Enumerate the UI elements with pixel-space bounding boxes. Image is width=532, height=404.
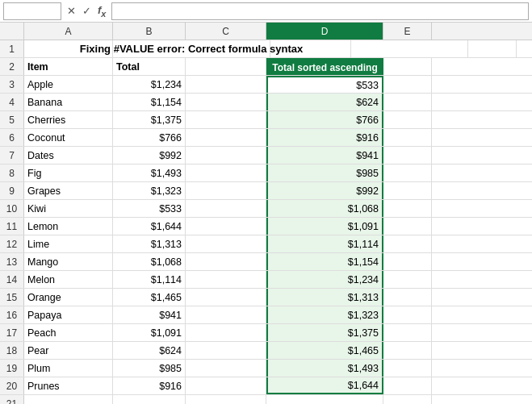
cell[interactable] — [383, 395, 432, 404]
cell[interactable]: $1,375 — [113, 111, 186, 128]
col-header-d[interactable]: D — [266, 23, 383, 40]
cell[interactable]: $941 — [113, 306, 186, 323]
cell[interactable] — [383, 289, 432, 306]
sorted-value-d3[interactable]: $533 — [266, 76, 383, 93]
row-number-7[interactable]: 7 — [0, 147, 24, 164]
sorted-value-d18[interactable]: $1,465 — [266, 342, 383, 359]
row-number-13[interactable]: 13 — [0, 253, 24, 270]
col-header-a[interactable]: A — [24, 23, 113, 40]
sorted-value-d7[interactable]: $941 — [266, 147, 383, 164]
cell[interactable] — [383, 182, 432, 199]
row-number-16[interactable]: 16 — [0, 306, 24, 323]
sorted-value-d9[interactable]: $992 — [266, 182, 383, 199]
cell[interactable]: Plum — [24, 360, 113, 377]
cell[interactable] — [186, 218, 266, 235]
cell[interactable] — [186, 182, 266, 199]
cell[interactable]: Mango — [24, 253, 113, 270]
sorted-value-d5[interactable]: $766 — [266, 111, 383, 128]
sorted-value-d20[interactable]: $1,644 — [266, 377, 383, 394]
cell[interactable]: $1,091 — [113, 324, 186, 341]
sorted-value-d11[interactable]: $1,091 — [266, 218, 383, 235]
cell[interactable] — [383, 129, 432, 146]
cell[interactable] — [383, 218, 432, 235]
sorted-value-d15[interactable]: $1,313 — [266, 289, 383, 306]
sorted-value-d17[interactable]: $1,375 — [266, 324, 383, 341]
row-number-9[interactable]: 9 — [0, 182, 24, 199]
row-number-10[interactable]: 10 — [0, 200, 24, 217]
sorted-value-d16[interactable]: $1,323 — [266, 306, 383, 323]
sorted-value-d10[interactable]: $1,068 — [266, 200, 383, 217]
sorted-column-header[interactable]: Total sorted ascending — [266, 58, 383, 75]
cell[interactable] — [468, 40, 517, 57]
confirm-icon[interactable]: ✓ — [80, 5, 94, 17]
sorted-value-d8[interactable]: $985 — [266, 165, 383, 181]
sorted-value-d6[interactable]: $916 — [266, 129, 383, 146]
cell[interactable]: $1,114 — [113, 271, 186, 288]
cell[interactable]: $766 — [113, 129, 186, 146]
cell[interactable] — [113, 395, 186, 404]
cell[interactable] — [383, 94, 432, 110]
cell[interactable] — [186, 58, 266, 75]
cell[interactable]: Item — [24, 58, 113, 75]
cell[interactable]: $1,323 — [113, 182, 186, 199]
cell[interactable]: Kiwi — [24, 200, 113, 217]
insert-function-icon[interactable]: fx — [95, 4, 108, 19]
cell[interactable] — [383, 342, 432, 359]
cell[interactable]: Fig — [24, 165, 113, 181]
cell[interactable]: $1,068 — [113, 253, 186, 270]
cancel-icon[interactable]: ✕ — [65, 5, 78, 17]
cell[interactable] — [383, 235, 432, 252]
row-number-20[interactable]: 20 — [0, 377, 24, 394]
row-number-5[interactable]: 5 — [0, 111, 24, 128]
cell[interactable] — [186, 289, 266, 306]
cell[interactable] — [186, 377, 266, 394]
sorted-value-d13[interactable]: $1,154 — [266, 253, 383, 270]
cell[interactable] — [186, 342, 266, 359]
cell[interactable]: Dates — [24, 147, 113, 164]
cell[interactable]: $992 — [113, 147, 186, 164]
sorted-value-d4[interactable]: $624 — [266, 94, 383, 110]
col-header-c[interactable]: C — [186, 23, 266, 40]
row-number-12[interactable]: 12 — [0, 235, 24, 252]
cell[interactable]: Peach — [24, 324, 113, 341]
cell[interactable]: Lime — [24, 235, 113, 252]
row-number-14[interactable]: 14 — [0, 271, 24, 288]
cell[interactable] — [186, 271, 266, 288]
col-header-e[interactable]: E — [383, 23, 432, 40]
cell-reference-box[interactable] — [3, 2, 61, 20]
cell[interactable]: $1,493 — [113, 165, 186, 181]
cell[interactable]: Cherries — [24, 111, 113, 128]
cell[interactable] — [186, 147, 266, 164]
row-number-8[interactable]: 8 — [0, 165, 24, 181]
cell[interactable]: Orange — [24, 289, 113, 306]
cell[interactable] — [383, 377, 432, 394]
cell[interactable] — [383, 58, 432, 75]
cell[interactable]: Melon — [24, 271, 113, 288]
cell[interactable] — [186, 360, 266, 377]
cell[interactable] — [186, 253, 266, 270]
cell[interactable]: $1,313 — [113, 235, 186, 252]
row-number-11[interactable]: 11 — [0, 218, 24, 235]
cell[interactable] — [383, 271, 432, 288]
cell[interactable] — [383, 360, 432, 377]
cell[interactable] — [186, 129, 266, 146]
cell[interactable] — [383, 165, 432, 181]
cell[interactable]: $624 — [113, 342, 186, 359]
cell[interactable] — [383, 200, 432, 217]
cell[interactable]: $1,644 — [113, 218, 186, 235]
sorted-value-d12[interactable]: $1,114 — [266, 235, 383, 252]
row-number-6[interactable]: 6 — [0, 129, 24, 146]
cell[interactable]: Pear — [24, 342, 113, 359]
cell[interactable] — [186, 111, 266, 128]
cell[interactable] — [186, 76, 266, 93]
row-number-21[interactable]: 21 — [0, 395, 24, 404]
row-number-17[interactable]: 17 — [0, 324, 24, 341]
cell[interactable]: $1,465 — [113, 289, 186, 306]
cell[interactable] — [383, 306, 432, 323]
cell[interactable] — [186, 165, 266, 181]
row-number-19[interactable]: 19 — [0, 360, 24, 377]
cell[interactable] — [383, 111, 432, 128]
cell[interactable]: $985 — [113, 360, 186, 377]
cell[interactable]: $1,154 — [113, 94, 186, 110]
row-number-18[interactable]: 18 — [0, 342, 24, 359]
